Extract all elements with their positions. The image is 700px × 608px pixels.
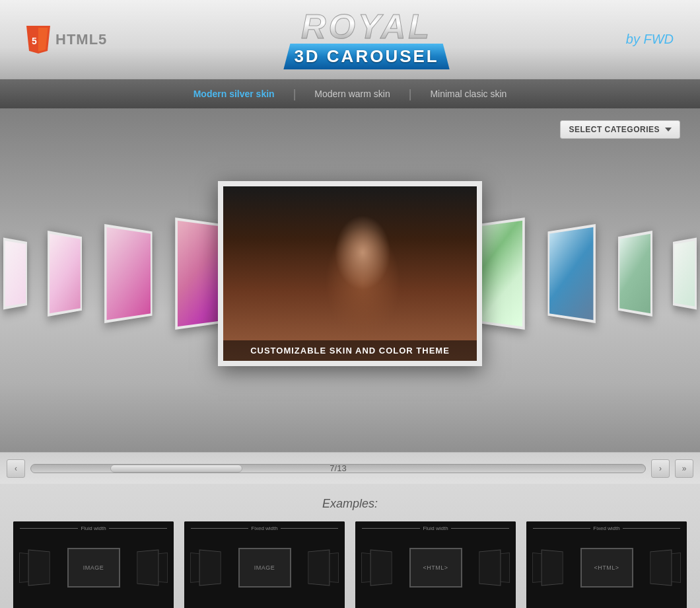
- mini-right-1c: [479, 549, 501, 586]
- carousel-card-left-4[interactable]: [3, 238, 27, 310]
- carousel-card-right-4[interactable]: [673, 238, 697, 310]
- brand-title: ROYAL 3D CAROUSEL: [283, 9, 449, 69]
- nav-modern-silver[interactable]: Modern silver skin: [175, 89, 293, 99]
- example-inner-4: Fixed width <HTML>: [526, 521, 687, 608]
- html5-label: HTML5: [55, 31, 107, 48]
- mini-center-1: IMAGE: [67, 548, 120, 588]
- mini-right-1b: [308, 549, 330, 586]
- mini-carousel-3: <HTML>: [355, 521, 516, 608]
- mini-center-3: <HTML>: [409, 548, 462, 588]
- nav-minimal-classic[interactable]: Minimal clasic skin: [411, 89, 525, 99]
- left-cards: [0, 221, 238, 326]
- chevron-down-icon: [665, 128, 672, 132]
- carousel-center-image: CUSTOMIZABLE SKIN AND COLOR THEME: [223, 186, 477, 361]
- example-inner-3: Fluid width <HTML>: [355, 521, 516, 608]
- carousel-label: 3D CAROUSEL: [283, 44, 449, 69]
- mini-carousel-1: IMAGE: [13, 521, 174, 608]
- scroll-next-button[interactable]: ›: [651, 459, 670, 478]
- scroll-track[interactable]: [30, 464, 646, 473]
- scroll-last-button[interactable]: »: [675, 459, 693, 478]
- scroll-thumb[interactable]: [110, 465, 242, 473]
- mini-right-1d: [650, 549, 672, 586]
- mini-left-1c: [370, 549, 392, 586]
- carousel-card-left-2[interactable]: [104, 224, 152, 323]
- carousel-card-left-3[interactable]: [48, 231, 82, 317]
- examples-grid: Fluid width IMAGE ‹ 7/12 › »: [13, 521, 687, 608]
- scroll-prev-button[interactable]: ‹: [7, 459, 25, 478]
- example-inner-1: Fluid width IMAGE: [13, 521, 174, 608]
- royal-label: ROYAL: [283, 9, 449, 44]
- example-card-3[interactable]: Fluid width <HTML> ‹ 7/12 › »: [355, 521, 516, 608]
- carousel-stage: CUSTOMIZABLE SKIN AND COLOR THEME: [0, 135, 700, 412]
- navbar: Modern silver skin | Modern warm skin | …: [0, 79, 700, 108]
- example-inner-2: Fixed width IMAGE: [184, 521, 345, 608]
- mini-carousel-4: <HTML>: [526, 521, 687, 608]
- mini-center-2: IMAGE: [238, 548, 291, 588]
- svg-text:5: 5: [32, 36, 37, 46]
- carousel-section: SELECT CATEGORIES CUSTOMIZABLE SKIN AND …: [0, 108, 700, 452]
- html5-icon: 5: [26, 26, 50, 54]
- example-card-2[interactable]: Fixed width IMAGE ‹ 7/12 › »: [184, 521, 345, 608]
- scroll-track-wrapper: 7/13: [30, 464, 646, 473]
- carousel-card-right-3[interactable]: [618, 231, 652, 317]
- mini-left-1b: [199, 549, 221, 586]
- mini-center-4: <HTML>: [580, 548, 633, 588]
- scrollbar-section: ‹ 7/13 › »: [0, 452, 700, 484]
- examples-section: Examples: Fluid width IMAGE ‹: [0, 484, 700, 608]
- mini-left-1d: [542, 549, 563, 586]
- mini-carousel-2: IMAGE: [184, 521, 345, 608]
- carousel-caption: CUSTOMIZABLE SKIN AND COLOR THEME: [223, 340, 477, 361]
- html5-logo: 5 HTML5: [26, 26, 107, 54]
- header: 5 HTML5 ROYAL 3D CAROUSEL by FWD: [0, 0, 700, 79]
- carousel-figure: [223, 186, 477, 361]
- right-cards: [462, 221, 700, 326]
- nav-modern-warm[interactable]: Modern warm skin: [296, 89, 408, 99]
- by-fwd-label: by FWD: [626, 32, 674, 47]
- example-card-1[interactable]: Fluid width IMAGE ‹ 7/12 › »: [13, 521, 174, 608]
- mini-right-1: [137, 549, 159, 586]
- mini-left-1: [28, 549, 50, 586]
- examples-title: Examples:: [13, 497, 687, 511]
- select-categories-label: SELECT CATEGORIES: [569, 125, 660, 134]
- carousel-card-right-2[interactable]: [547, 224, 595, 323]
- carousel-center-card[interactable]: CUSTOMIZABLE SKIN AND COLOR THEME: [218, 181, 482, 366]
- example-card-4[interactable]: Fixed width <HTML> ‹ 7/12 › »: [526, 521, 687, 608]
